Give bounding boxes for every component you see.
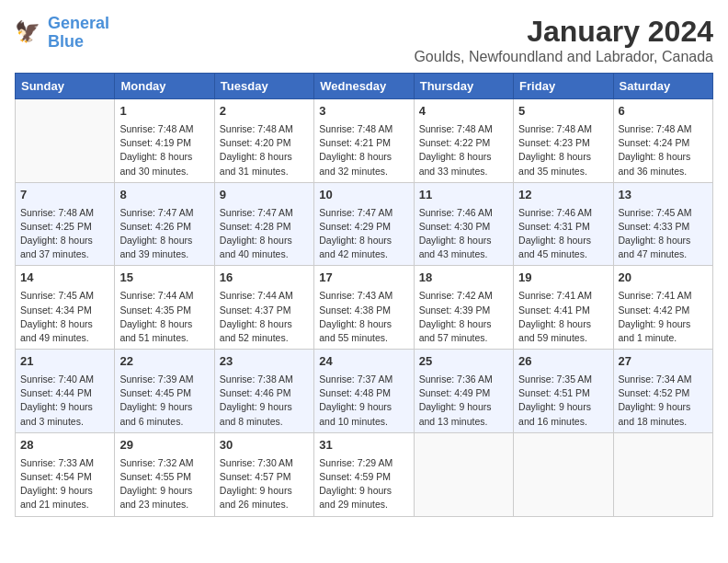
day-number: 11: [419, 187, 508, 204]
day-number: 17: [319, 270, 408, 287]
calendar-cell: 1Sunrise: 7:48 AMSunset: 4:19 PMDaylight…: [115, 99, 214, 183]
day-number: 28: [20, 437, 109, 454]
page-header: 🦅 General Blue January 2024 Goulds, Newf…: [15, 15, 713, 65]
calendar-cell: [613, 432, 712, 516]
day-info: Sunrise: 7:44 AMSunset: 4:37 PMDaylight:…: [220, 289, 309, 345]
calendar-cell: 13Sunrise: 7:45 AMSunset: 4:33 PMDayligh…: [613, 182, 712, 266]
calendar-cell: [16, 99, 115, 183]
weekday-header-row: SundayMondayTuesdayWednesdayThursdayFrid…: [16, 74, 713, 99]
day-number: 21: [20, 353, 109, 371]
day-info: Sunrise: 7:36 AMSunset: 4:49 PMDaylight:…: [419, 373, 508, 429]
calendar-cell: 24Sunrise: 7:37 AMSunset: 4:48 PMDayligh…: [314, 350, 414, 433]
day-info: Sunrise: 7:48 AMSunset: 4:24 PMDaylight:…: [619, 122, 708, 178]
day-number: 25: [419, 353, 508, 371]
calendar-cell: 17Sunrise: 7:43 AMSunset: 4:38 PMDayligh…: [314, 266, 414, 350]
calendar-cell: 22Sunrise: 7:39 AMSunset: 4:45 PMDayligh…: [115, 350, 214, 433]
calendar-cell: 26Sunrise: 7:35 AMSunset: 4:51 PMDayligh…: [514, 350, 613, 433]
day-info: Sunrise: 7:40 AMSunset: 4:44 PMDaylight:…: [20, 373, 109, 429]
calendar-cell: 20Sunrise: 7:41 AMSunset: 4:42 PMDayligh…: [613, 266, 712, 350]
day-info: Sunrise: 7:46 AMSunset: 4:30 PMDaylight:…: [419, 206, 508, 262]
day-number: 13: [619, 187, 708, 204]
day-number: 5: [518, 103, 608, 121]
day-number: 7: [20, 187, 109, 204]
day-number: 30: [220, 437, 309, 454]
day-info: Sunrise: 7:34 AMSunset: 4:52 PMDaylight:…: [619, 373, 708, 429]
calendar-cell: 11Sunrise: 7:46 AMSunset: 4:30 PMDayligh…: [414, 182, 513, 266]
day-number: 8: [119, 187, 209, 204]
day-number: 16: [220, 270, 309, 287]
day-number: 3: [319, 103, 408, 121]
logo-text: General Blue: [48, 15, 109, 52]
day-number: 29: [119, 437, 209, 454]
day-info: Sunrise: 7:45 AMSunset: 4:33 PMDaylight:…: [619, 206, 708, 262]
day-info: Sunrise: 7:30 AMSunset: 4:57 PMDaylight:…: [220, 456, 309, 512]
calendar-cell: 27Sunrise: 7:34 AMSunset: 4:52 PMDayligh…: [613, 350, 712, 433]
day-info: Sunrise: 7:38 AMSunset: 4:46 PMDaylight:…: [220, 373, 309, 429]
day-number: 4: [419, 103, 508, 121]
calendar-week-row: 1Sunrise: 7:48 AMSunset: 4:19 PMDaylight…: [16, 99, 713, 183]
day-number: 6: [619, 103, 708, 121]
weekday-header-cell: Sunday: [16, 74, 115, 99]
calendar-table: SundayMondayTuesdayWednesdayThursdayFrid…: [15, 73, 713, 517]
calendar-cell: [414, 432, 513, 516]
weekday-header-cell: Thursday: [414, 74, 513, 99]
day-number: 26: [518, 353, 608, 371]
calendar-cell: 14Sunrise: 7:45 AMSunset: 4:34 PMDayligh…: [16, 266, 115, 350]
day-number: 31: [319, 437, 408, 454]
calendar-cell: 12Sunrise: 7:46 AMSunset: 4:31 PMDayligh…: [514, 182, 613, 266]
calendar-cell: 10Sunrise: 7:47 AMSunset: 4:29 PMDayligh…: [314, 182, 414, 266]
day-info: Sunrise: 7:48 AMSunset: 4:25 PMDaylight:…: [20, 206, 109, 262]
logo-line1: General: [48, 14, 109, 32]
day-info: Sunrise: 7:33 AMSunset: 4:54 PMDaylight:…: [20, 456, 109, 512]
day-number: 27: [619, 353, 708, 371]
calendar-cell: 4Sunrise: 7:48 AMSunset: 4:22 PMDaylight…: [414, 99, 513, 183]
day-number: 22: [119, 353, 209, 371]
calendar-cell: 5Sunrise: 7:48 AMSunset: 4:23 PMDaylight…: [514, 99, 613, 183]
calendar-cell: 29Sunrise: 7:32 AMSunset: 4:55 PMDayligh…: [115, 432, 214, 516]
day-info: Sunrise: 7:47 AMSunset: 4:26 PMDaylight:…: [119, 206, 209, 262]
calendar-cell: [514, 432, 613, 516]
day-number: 19: [518, 270, 608, 287]
day-info: Sunrise: 7:46 AMSunset: 4:31 PMDaylight:…: [518, 206, 608, 262]
calendar-cell: 18Sunrise: 7:42 AMSunset: 4:39 PMDayligh…: [414, 266, 513, 350]
calendar-cell: 23Sunrise: 7:38 AMSunset: 4:46 PMDayligh…: [214, 350, 313, 433]
day-number: 2: [220, 103, 309, 121]
day-info: Sunrise: 7:47 AMSunset: 4:28 PMDaylight:…: [220, 206, 309, 262]
calendar-cell: 6Sunrise: 7:48 AMSunset: 4:24 PMDaylight…: [613, 99, 712, 183]
location-title: Goulds, Newfoundland and Labrador, Canad…: [414, 49, 713, 65]
calendar-cell: 30Sunrise: 7:30 AMSunset: 4:57 PMDayligh…: [214, 432, 313, 516]
calendar-cell: 28Sunrise: 7:33 AMSunset: 4:54 PMDayligh…: [16, 432, 115, 516]
day-info: Sunrise: 7:37 AMSunset: 4:48 PMDaylight:…: [319, 373, 408, 429]
day-number: 15: [119, 270, 209, 287]
weekday-header-cell: Saturday: [613, 74, 712, 99]
logo-icon: 🦅: [15, 18, 44, 48]
calendar-week-row: 7Sunrise: 7:48 AMSunset: 4:25 PMDaylight…: [16, 182, 713, 266]
day-info: Sunrise: 7:48 AMSunset: 4:19 PMDaylight:…: [119, 122, 209, 178]
day-info: Sunrise: 7:48 AMSunset: 4:23 PMDaylight:…: [518, 122, 608, 178]
title-area: January 2024 Goulds, Newfoundland and La…: [414, 15, 713, 65]
svg-text:🦅: 🦅: [15, 19, 40, 44]
day-info: Sunrise: 7:48 AMSunset: 4:22 PMDaylight:…: [419, 122, 508, 178]
weekday-header-cell: Wednesday: [314, 74, 414, 99]
day-info: Sunrise: 7:29 AMSunset: 4:59 PMDaylight:…: [319, 456, 408, 512]
day-number: 23: [220, 353, 309, 371]
calendar-cell: 21Sunrise: 7:40 AMSunset: 4:44 PMDayligh…: [16, 350, 115, 433]
calendar-cell: 15Sunrise: 7:44 AMSunset: 4:35 PMDayligh…: [115, 266, 214, 350]
day-number: 10: [319, 187, 408, 204]
day-info: Sunrise: 7:43 AMSunset: 4:38 PMDaylight:…: [319, 289, 408, 345]
calendar-week-row: 14Sunrise: 7:45 AMSunset: 4:34 PMDayligh…: [16, 266, 713, 350]
day-info: Sunrise: 7:44 AMSunset: 4:35 PMDaylight:…: [119, 289, 209, 345]
calendar-body: 1Sunrise: 7:48 AMSunset: 4:19 PMDaylight…: [16, 99, 713, 517]
logo-line2: Blue: [48, 32, 84, 51]
day-number: 14: [20, 270, 109, 287]
day-info: Sunrise: 7:42 AMSunset: 4:39 PMDaylight:…: [419, 289, 508, 345]
calendar-cell: 7Sunrise: 7:48 AMSunset: 4:25 PMDaylight…: [16, 182, 115, 266]
calendar-cell: 16Sunrise: 7:44 AMSunset: 4:37 PMDayligh…: [214, 266, 313, 350]
weekday-header-cell: Friday: [514, 74, 613, 99]
month-title: January 2024: [414, 15, 713, 49]
calendar-cell: 3Sunrise: 7:48 AMSunset: 4:21 PMDaylight…: [314, 99, 414, 183]
day-number: 12: [518, 187, 608, 204]
day-info: Sunrise: 7:45 AMSunset: 4:34 PMDaylight:…: [20, 289, 109, 345]
calendar-cell: 9Sunrise: 7:47 AMSunset: 4:28 PMDaylight…: [214, 182, 313, 266]
day-info: Sunrise: 7:48 AMSunset: 4:21 PMDaylight:…: [319, 122, 408, 178]
